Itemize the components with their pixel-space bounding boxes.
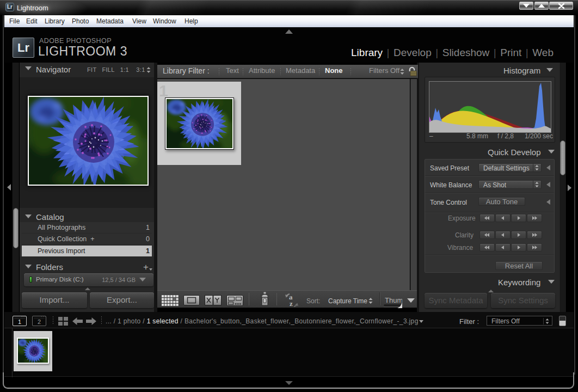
svg-text:z: z [290,299,293,308]
